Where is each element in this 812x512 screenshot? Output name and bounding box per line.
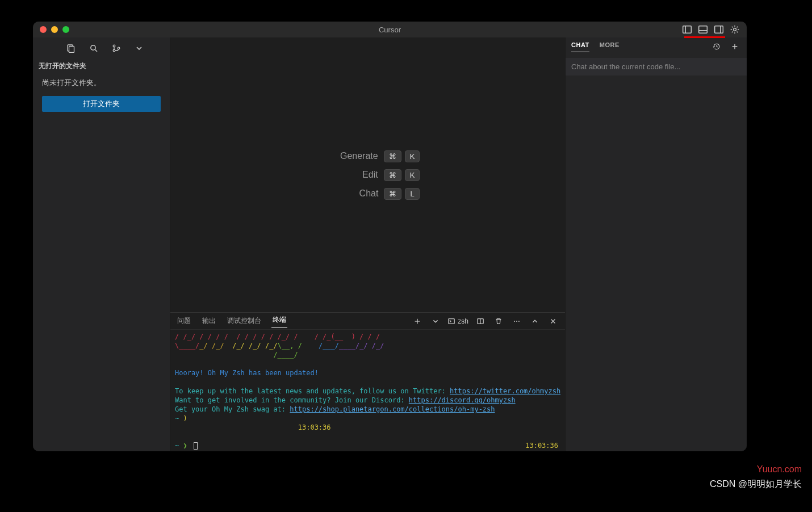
- panel-actions: zsh: [411, 315, 559, 328]
- tab-output[interactable]: 输出: [201, 316, 217, 326]
- prompt-arrow: ❯: [183, 442, 187, 450]
- new-chat-icon[interactable]: [729, 40, 741, 53]
- terminal-output[interactable]: / /_/ / / / / / / / / / /_/ / / /_(__ ) …: [170, 330, 565, 451]
- more-actions-icon[interactable]: [510, 315, 523, 328]
- ascii-art-line: / /_/ / / / / / / / / / /_/ / / /_(__ ) …: [175, 333, 380, 341]
- swag-link[interactable]: https://shop.planetargon.com/collections…: [290, 405, 495, 413]
- terminal-time: 13:03:36: [298, 423, 331, 431]
- titlebar: Cursor: [33, 22, 747, 37]
- terminal-time: 13:03:36: [525, 441, 558, 450]
- toggle-left-panel-icon[interactable]: [681, 23, 693, 36]
- svg-point-6: [734, 28, 736, 31]
- toggle-right-panel-icon[interactable]: [713, 23, 725, 36]
- chevron-down-icon[interactable]: [429, 315, 442, 328]
- terminal-cursor: [194, 442, 198, 450]
- svg-point-11: [113, 45, 115, 47]
- toggle-bottom-panel-icon[interactable]: [697, 23, 709, 36]
- editor-empty-state: Generate ⌘ K Edit ⌘ K Chat ⌘: [170, 37, 565, 312]
- sidebar-section-title: 无打开的文件夹: [33, 59, 170, 74]
- tab-terminal[interactable]: 终端: [271, 315, 287, 328]
- svg-rect-2: [699, 26, 708, 33]
- terminal-line: Get your Oh My Zsh swag at:: [175, 405, 290, 413]
- key-k: K: [405, 150, 420, 162]
- svg-point-12: [113, 49, 115, 52]
- svg-line-10: [95, 49, 97, 52]
- tab-chat[interactable]: CHAT: [571, 41, 589, 52]
- svg-point-20: [516, 321, 517, 322]
- terminal-line: Hooray! Oh My Zsh has been updated!: [175, 369, 319, 377]
- chat-placeholder-text: Chat about the current code file...: [571, 62, 680, 71]
- key-k: K: [405, 169, 420, 181]
- source-control-icon[interactable]: [110, 42, 123, 54]
- tab-debug-console[interactable]: 调试控制台: [226, 316, 262, 326]
- search-icon[interactable]: [87, 42, 100, 54]
- svg-rect-4: [715, 26, 723, 33]
- explorer-icon[interactable]: [65, 42, 77, 54]
- key-cmd: ⌘: [384, 150, 401, 162]
- svg-rect-8: [69, 47, 74, 53]
- watermark-site: Yuucn.com: [757, 464, 802, 475]
- annotation-underline: [684, 36, 725, 38]
- split-terminal-icon[interactable]: [474, 315, 487, 328]
- shortcut-label: Edit: [316, 170, 378, 180]
- svg-point-9: [91, 45, 95, 50]
- panel-tabs: 问题 输出 调试控制台 终端 zsh: [170, 313, 565, 330]
- terminal-line: Want to get involved in the community? J…: [175, 396, 409, 404]
- settings-gear-icon[interactable]: [729, 23, 741, 36]
- shortcut-label: Generate: [316, 151, 378, 161]
- shortcut-generate: Generate ⌘ K: [316, 150, 420, 162]
- sidebar-toolbar: [33, 37, 170, 59]
- svg-point-13: [118, 47, 120, 49]
- sidebar: 无打开的文件夹 尚未打开文件夹。 打开文件夹: [33, 37, 170, 451]
- maximize-panel-icon[interactable]: [529, 315, 541, 328]
- open-folder-button[interactable]: 打开文件夹: [42, 96, 161, 112]
- tab-problems[interactable]: 问题: [176, 316, 192, 326]
- shortcut-chat: Chat ⌘ L: [316, 188, 419, 200]
- shortcut-edit: Edit ⌘ K: [316, 169, 420, 181]
- layout-actions: [681, 23, 741, 36]
- twitter-link[interactable]: https://twitter.com/ohmyzsh: [450, 387, 560, 395]
- history-icon[interactable]: [710, 40, 723, 53]
- key-cmd: ⌘: [384, 188, 401, 200]
- terminal-line: To keep up with the latest news and upda…: [175, 387, 450, 395]
- key-cmd: ⌘: [384, 169, 401, 181]
- svg-point-19: [514, 321, 515, 322]
- editor-area: Generate ⌘ K Edit ⌘ K Chat ⌘: [170, 37, 565, 451]
- main-area: 无打开的文件夹 尚未打开文件夹。 打开文件夹 Generate ⌘ K Edit…: [33, 37, 747, 451]
- prompt-path: ~: [175, 442, 179, 450]
- window-title: Cursor: [33, 26, 747, 34]
- shortcut-label: Chat: [316, 188, 378, 199]
- chat-input[interactable]: Chat about the current code file...: [566, 58, 747, 75]
- tab-more[interactable]: MORE: [600, 41, 620, 52]
- watermark-csdn: CSDN @明明如月学长: [710, 479, 802, 490]
- chat-tabs: CHAT MORE: [566, 37, 747, 56]
- sidebar-message: 尚未打开文件夹。: [33, 74, 170, 91]
- prompt-paren: ): [183, 414, 187, 422]
- bottom-panel: 问题 输出 调试控制台 终端 zsh: [170, 312, 565, 451]
- new-terminal-icon[interactable]: [411, 315, 424, 328]
- chat-panel: CHAT MORE Chat about the current code fi…: [565, 37, 747, 451]
- prompt-path: ~: [175, 414, 179, 422]
- app-window: Cursor: [33, 22, 747, 451]
- chevron-down-icon[interactable]: [133, 42, 145, 54]
- terminal-shell-icon[interactable]: zsh: [447, 315, 468, 328]
- svg-rect-0: [683, 26, 692, 33]
- close-panel-icon[interactable]: [547, 315, 559, 328]
- discord-link[interactable]: https://discord.gg/ohmyzsh: [409, 396, 516, 404]
- ascii-art-line: /____/: [175, 351, 298, 359]
- shell-name: zsh: [458, 317, 468, 325]
- svg-point-21: [518, 321, 520, 322]
- key-l: L: [405, 188, 419, 200]
- kill-terminal-icon[interactable]: [492, 315, 505, 328]
